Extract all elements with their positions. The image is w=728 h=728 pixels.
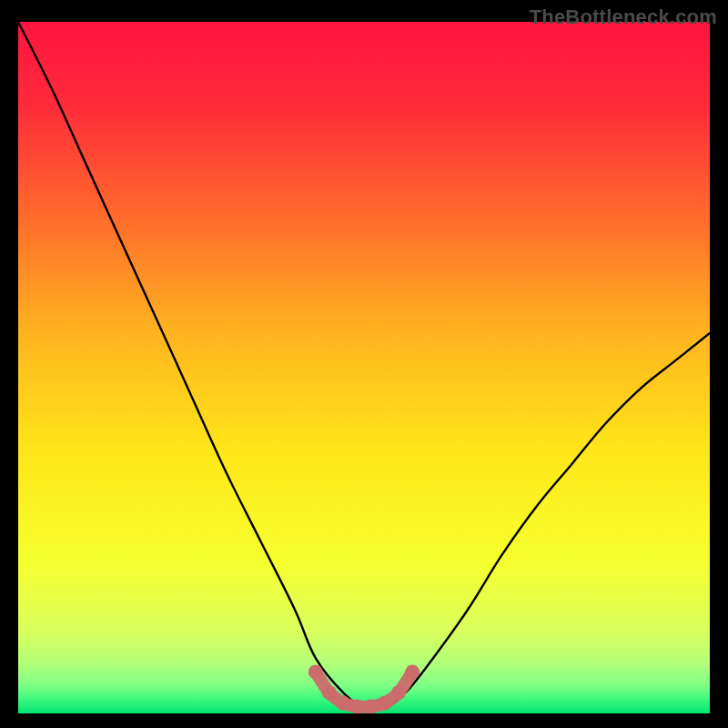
highlight-dot [308, 664, 323, 679]
watermark-text: TheBottleneck.com [530, 5, 717, 29]
plot-area [18, 22, 710, 713]
highlight-dot [349, 699, 364, 713]
gradient-background [18, 22, 710, 713]
highlight-dot [364, 699, 379, 713]
chart-svg [18, 22, 710, 713]
highlight-dot [405, 664, 420, 679]
chart-frame: TheBottleneck.com [0, 0, 728, 728]
highlight-dot [391, 685, 406, 700]
highlight-dot [322, 685, 337, 700]
highlight-dot [378, 696, 392, 711]
highlight-dot [336, 696, 350, 711]
